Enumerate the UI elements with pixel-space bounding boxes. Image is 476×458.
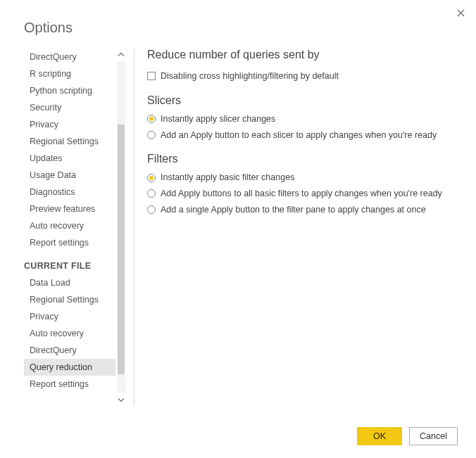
scroll-track[interactable] bbox=[117, 61, 125, 393]
scroll-up-icon[interactable] bbox=[115, 49, 127, 60]
content-pane: Reduce number of queries sent by Disabli… bbox=[147, 49, 476, 405]
sidebar: DirectQueryR scriptingPython scriptingSe… bbox=[24, 49, 115, 405]
dialog-title: Options bbox=[0, 0, 476, 36]
radio-icon bbox=[147, 174, 156, 182]
checkbox-label: Disabling cross highlighting/filtering b… bbox=[161, 70, 339, 83]
radio-slicer-instant[interactable]: Instantly apply slicer changes bbox=[147, 111, 455, 127]
sidebar-item-data-load[interactable]: Data Load bbox=[24, 274, 115, 291]
sidebar-item-directquery[interactable]: DirectQuery bbox=[24, 342, 115, 359]
checkbox-icon bbox=[147, 72, 156, 80]
cancel-button[interactable]: Cancel bbox=[409, 427, 458, 445]
radio-label: Add Apply buttons to all basic filters t… bbox=[161, 187, 442, 201]
slicers-heading: Slicers bbox=[147, 94, 455, 107]
sidebar-item-usage-data[interactable]: Usage Data bbox=[24, 167, 115, 184]
radio-filter-instant[interactable]: Instantly apply basic filter changes bbox=[147, 170, 455, 186]
radio-label: Instantly apply slicer changes bbox=[161, 113, 275, 126]
sidebar-item-security[interactable]: Security bbox=[24, 99, 115, 116]
sidebar-item-regional-settings[interactable]: Regional Settings bbox=[24, 291, 115, 308]
sidebar-scrollbar[interactable] bbox=[115, 49, 127, 405]
checkbox-disable-cross-highlight[interactable]: Disabling cross highlighting/filtering b… bbox=[147, 68, 455, 84]
radio-icon bbox=[147, 205, 156, 214]
ok-button[interactable]: OK bbox=[357, 427, 402, 445]
radio-label: Add a single Apply button to the filter … bbox=[161, 203, 426, 217]
sidebar-item-report-settings[interactable]: Report settings bbox=[24, 376, 115, 393]
scroll-thumb[interactable] bbox=[118, 125, 125, 374]
options-dialog: Options DirectQueryR scriptingPython scr… bbox=[0, 0, 476, 458]
radio-filter-single-apply[interactable]: Add a single Apply button to the filter … bbox=[147, 202, 455, 218]
radio-slicer-apply-button[interactable]: Add an Apply button to each slicer to ap… bbox=[147, 127, 455, 144]
vertical-divider bbox=[134, 49, 134, 405]
sidebar-item-privacy[interactable]: Privacy bbox=[24, 116, 115, 133]
sidebar-item-query-reduction[interactable]: Query reduction bbox=[24, 359, 115, 376]
radio-icon bbox=[147, 189, 156, 198]
radio-filter-apply-all[interactable]: Add Apply buttons to all basic filters t… bbox=[147, 186, 455, 202]
section-header-current-file: CURRENT FILE bbox=[24, 251, 115, 274]
sidebar-item-updates[interactable]: Updates bbox=[24, 150, 115, 167]
sidebar-item-auto-recovery[interactable]: Auto recovery bbox=[24, 325, 115, 342]
radio-icon bbox=[147, 131, 156, 139]
sidebar-item-privacy[interactable]: Privacy bbox=[24, 308, 115, 325]
sidebar-item-python-scripting[interactable]: Python scripting bbox=[24, 82, 115, 99]
sidebar-item-diagnostics[interactable]: Diagnostics bbox=[24, 184, 115, 201]
radio-label: Instantly apply basic filter changes bbox=[161, 171, 294, 184]
sidebar-item-regional-settings[interactable]: Regional Settings bbox=[24, 133, 115, 150]
sidebar-item-auto-recovery[interactable]: Auto recovery bbox=[24, 217, 115, 234]
filters-heading: Filters bbox=[147, 153, 455, 165]
sidebar-item-report-settings[interactable]: Report settings bbox=[24, 234, 115, 251]
sidebar-item-r-scripting[interactable]: R scripting bbox=[24, 65, 115, 82]
dialog-footer: OK Cancel bbox=[357, 427, 458, 445]
radio-label: Add an Apply button to each slicer to ap… bbox=[161, 129, 437, 142]
reduce-heading: Reduce number of queries sent by bbox=[147, 49, 455, 61]
scroll-down-icon[interactable] bbox=[115, 394, 127, 405]
sidebar-item-preview-features[interactable]: Preview features bbox=[24, 201, 115, 217]
sidebar-item-directquery[interactable]: DirectQuery bbox=[24, 49, 115, 65]
close-button[interactable] bbox=[455, 7, 466, 18]
radio-icon bbox=[147, 115, 156, 123]
